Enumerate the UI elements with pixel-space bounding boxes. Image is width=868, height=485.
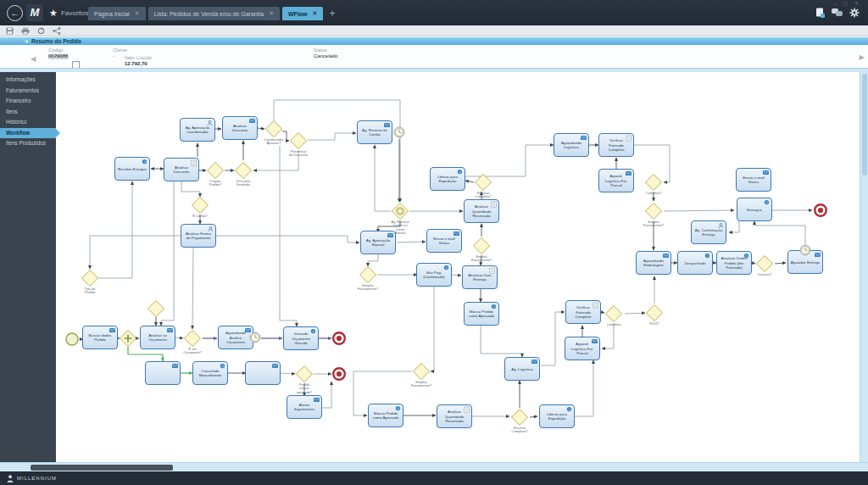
bpmn-timer-timer-62[interactable] (394, 127, 404, 137)
bpmn-end-end-59[interactable] (333, 332, 345, 344)
bpmn-end-end-60[interactable] (333, 368, 345, 380)
bpmn-gw-gw-40[interactable] (148, 301, 164, 317)
tab-p-gina-inicial[interactable]: Página Inicial✕ (88, 7, 146, 20)
bpmn-task-alertar-suprimentos[interactable]: AlertarSuprimentos (287, 396, 322, 419)
bpmn-task-marcar-pedido-como-aprovado[interactable]: iMarcar Pedidocomo Aprovado (465, 303, 499, 326)
bpmn-task-task-32[interactable] (246, 362, 281, 385)
sidebar-item-itens-produzidos[interactable]: Itens Produzidos (0, 138, 56, 149)
bpmn-gw-e-cartao[interactable]: É Cartão? (192, 198, 209, 219)
svg-text:como Aprovado: como Aprovado (373, 415, 399, 420)
bpmn-task-analisar-se-orcamento[interactable]: Analisar seOrçamento (141, 326, 175, 349)
bpmn-task-analisar-desconto[interactable]: AnalisarDesconto (223, 117, 258, 140)
bpmn-gw-percentual-de-desconto[interactable]: Percentualde Desconto (289, 133, 308, 158)
bpmn-task-buscar-dados-pedido[interactable]: Buscar dadosPedido (83, 326, 118, 349)
section-header[interactable]: ▾ Resumo do Pedido (0, 37, 868, 45)
bpmn-task-verificar-faturado-completo[interactable]: VerificarFaturadoCompleto (599, 134, 634, 157)
sidebar-item-informa-es[interactable]: Informações (0, 75, 56, 86)
bpmn-start-start-58[interactable] (66, 333, 78, 345)
bpmn-gw-simples-faturamento[interactable]: SimplesFaturamento? (643, 203, 665, 228)
bpmn-gw-rout[interactable]: ROUT (647, 305, 663, 326)
tab-lista-pedidos-de-venda-e-ou-de-garantia[interactable]: Lista: Pedidos de Venda e/ou de Garantia… (148, 7, 280, 20)
tab-wflow[interactable]: WFlow✕ (282, 7, 323, 20)
bpmn-gw-pedido-estava-aprovado[interactable]: Pedidoestavaaprovado? (297, 366, 314, 394)
sidebar-item-itens[interactable]: Itens (0, 107, 56, 118)
bpmn-gw-ag-reenvio-cartao-ou-limite-manual[interactable]: Ag. ReenvioCartão ouLimiteManual (391, 203, 409, 235)
bpmn-task-liberar-para-expedicao[interactable]: iLiberar paraExpedição (431, 168, 465, 191)
bpmn-gw-completo[interactable]: Completo (606, 306, 622, 327)
new-tab-button[interactable]: + (326, 7, 338, 20)
bpmn-task-aguardando-analise-orcamento[interactable]: AguardandoAnáliseOrçamento (219, 326, 253, 349)
bpmn-gw-reserva-completa[interactable]: ReservaCompleta? (476, 175, 492, 199)
favorites-control[interactable]: ★ Favoritos (49, 8, 89, 19)
tab-close-icon[interactable]: ✕ (269, 10, 274, 17)
bpmn-gw-completo[interactable]: Completo? (646, 175, 663, 196)
sidebar-item-financeiro[interactable]: Financeiro (0, 96, 56, 107)
bpmn-task-atualizar-dados-pedido-ste-faturado[interactable]: iAtualizar DadosPedido (SteFaturado) (717, 252, 752, 275)
bpmn-task-enviar-e-mail-status[interactable]: Enviar e-mailStatus (427, 230, 462, 253)
bpmn-task-analisar-desconto[interactable]: AnalisarDesconto (164, 159, 199, 181)
bpmn-task-ag-aprovacao-coordenador[interactable]: Ag. AprovaçãoCoordenador (181, 119, 215, 142)
bpmn-end-end-61[interactable] (815, 204, 826, 216)
gear-icon[interactable] (849, 8, 860, 18)
svg-text:Status: Status (439, 241, 450, 245)
bpmn-task-analisar-quantidade-reservada[interactable]: AnalisarQuantidadeReservada (465, 200, 499, 223)
bpmn-task-ster-pag-confirmado[interactable]: iSter Pag.(Confirmado) (417, 264, 452, 287)
vertical-scrollbar[interactable] (860, 72, 868, 462)
bpmn-task-atualizar-data-entrega[interactable]: Atualizar DataEntrega (463, 266, 498, 289)
chat-icon[interactable] (832, 8, 843, 18)
bpmn-task-aguard-logistica-fat-parcial[interactable]: Aguard.Logística Fat.Parcial (599, 170, 634, 192)
sidebar-item-faturamentos[interactable]: Faturamentos (0, 86, 56, 97)
svg-text:Cartão: Cartão (369, 132, 381, 137)
bpmn-task-receber-estoque[interactable]: iReceber Estoque (115, 158, 150, 181)
bpmn-task-ag-reenvio-do-cartao[interactable]: Ag. Reenvio doCartão (358, 121, 392, 144)
bpmn-gw-desconto-vendedor[interactable]: DescontoVendedor (236, 163, 252, 187)
bpmn-gw-tipo-de-pedido[interactable]: Tipo dePedido (82, 270, 98, 295)
refresh-icon[interactable] (37, 27, 45, 35)
vertical-scrollbar-thumb[interactable] (862, 74, 867, 176)
workflow-canvas[interactable]: Ag. AprovaçãoCoordenadorAnalisarDesconto… (56, 72, 860, 462)
bpmn-task-cancelado-manualmente[interactable]: iCanceladoManualmente (193, 362, 228, 385)
bpmn-task-aguardando-embalagem[interactable]: AguardandoEmbalagem (637, 252, 671, 275)
bpmn-task-analisar-forma-de-pagamento[interactable]: Analisar Formade Pagamento (181, 225, 216, 248)
bpmn-gw-origem-pedido[interactable]: OrigemPedido? (208, 163, 224, 187)
sidebar-item-workflow[interactable]: Workflow (0, 128, 56, 139)
bpmn-gw-simples-faturamento[interactable]: SimplesFaturamento? (471, 238, 492, 263)
bpmn-task-ag-logistica[interactable]: Ag. Logística (505, 358, 540, 381)
print-icon[interactable] (21, 27, 30, 35)
bpmn-task-enviar-e-mail-status[interactable]: Enviar e-mailStatus (737, 169, 771, 192)
horizontal-scrollbar[interactable] (0, 462, 868, 471)
bpmn-gw-correios[interactable]: Correios? (757, 256, 773, 277)
prev-record-chevron[interactable]: ◀ (31, 55, 36, 63)
bpmn-task-marcar-pedido-como-aprovado[interactable]: iMarcar Pedidocomo Aprovado (369, 404, 403, 427)
window-controls[interactable]: – ▢ ✕ (834, 0, 861, 6)
bpmn-task-task-30[interactable] (146, 362, 181, 385)
bpmn-gw-reserva-completa[interactable]: ReservaCompleta? (512, 410, 529, 434)
next-record-chevron[interactable]: ▶ (860, 53, 865, 61)
bpmn-task-aguard-logistica-fat-parcial[interactable]: Aguard.Logística Fat.Parcial (565, 337, 600, 360)
bpmn-gw-e-um-orcamento[interactable]: É umOrçamento? (183, 331, 202, 355)
export-document-icon[interactable] (815, 8, 825, 18)
bpmn-gw-simples-faturamento[interactable]: SimplesFaturamento? (411, 364, 432, 388)
bpmn-task-aguardando-logistica[interactable]: AguardandoLogística (554, 134, 589, 157)
bpmn-task-verificar-faturado-completo[interactable]: VerificarFaturadoCompleto (566, 301, 601, 324)
tab-close-icon[interactable]: ✕ (313, 10, 318, 17)
bpmn-task-ag-confirmacao-entrega[interactable]: Ag. ConfirmaçãoEntrega (692, 221, 726, 244)
bpmn-gw-simples-faturamento[interactable]: SimplesFaturamento? (358, 267, 379, 292)
bpmn-task-liberar-para-expedicao[interactable]: iLiberar paraExpedição (540, 405, 575, 428)
bpmn-task-despachado[interactable]: iDespachado (678, 252, 713, 275)
bpmn-timer-timer-64[interactable] (800, 245, 810, 255)
back-button[interactable]: ← (7, 5, 23, 21)
bpmn-gw-gw-37[interactable] (120, 331, 136, 347)
bpmn-task-entregue[interactable]: iEntregue (737, 198, 772, 221)
bpmn-task-ag-aprovacao-manual[interactable]: Ag. AprovaçãoManual (361, 231, 396, 254)
bpmn-timer-timer-63[interactable] (250, 332, 260, 343)
save-icon[interactable] (6, 27, 14, 35)
sidebar-item-hist-rico[interactable]: Histórico (0, 117, 56, 128)
horizontal-scrollbar-thumb[interactable] (31, 465, 173, 471)
tab-close-icon[interactable]: ✕ (135, 10, 140, 17)
share-icon[interactable] (53, 27, 61, 35)
bpmn-task-gravado-orcamento-vencido[interactable]: iGravadoOrçamentoVencido (284, 327, 319, 350)
bpmn-gw-coordenador-aprovou[interactable]: CoordenadorAprovou? (264, 121, 284, 146)
bpmn-task-analisar-quantidade-reservada[interactable]: AnalisarQuantidadeReservada (437, 405, 472, 428)
svg-text:Desconto: Desconto (174, 170, 190, 174)
